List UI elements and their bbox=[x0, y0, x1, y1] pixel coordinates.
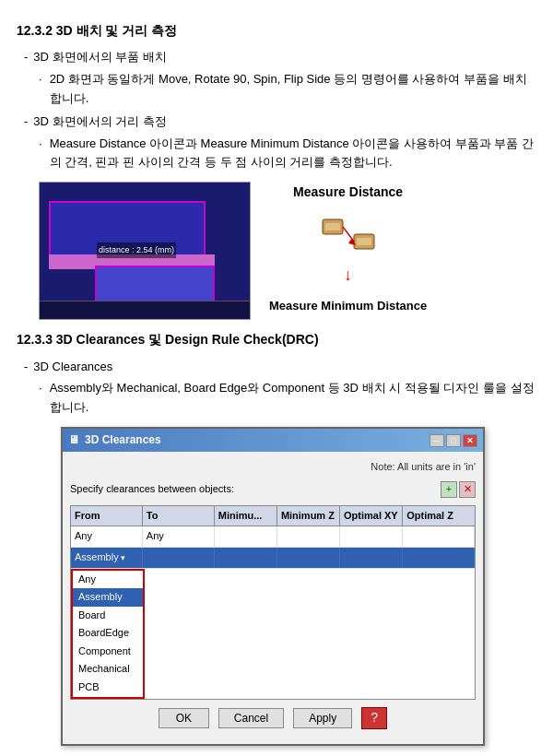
specify-label: Specify clearances between objects: bbox=[70, 481, 234, 498]
measure-icons-block: Measure Distance ↓ Measure Minimum Dista… bbox=[269, 182, 427, 316]
dropdown-spacer bbox=[145, 569, 475, 699]
dash-char: - bbox=[24, 48, 28, 67]
dropdown-list[interactable]: Any Assembly Board BoardEdge Component M… bbox=[71, 569, 145, 699]
section1-title: 12.3.2 3D 배치 및 거리 측정 bbox=[17, 20, 536, 41]
dropdown-item-board[interactable]: Board bbox=[73, 607, 143, 625]
dot-char1: · bbox=[39, 70, 42, 109]
close-button[interactable]: ✕ bbox=[463, 434, 477, 447]
clearances-dash-row: - 3D Clearances bbox=[24, 358, 536, 377]
measure-distance-icon bbox=[321, 212, 376, 258]
pcb-measure-label: distance : 2.54 (mm) bbox=[97, 242, 176, 257]
down-arrow1: ↓ bbox=[344, 262, 352, 289]
svg-rect-1 bbox=[325, 223, 340, 230]
dialog-titlebar: 🖥 3D Clearances ─ □ ✕ bbox=[63, 429, 483, 452]
maximize-button[interactable]: □ bbox=[446, 434, 461, 447]
measure-distance-icon-row bbox=[321, 212, 376, 258]
row1-minz bbox=[277, 526, 340, 547]
col-optxy-header: Optimal XY bbox=[340, 506, 403, 526]
measure-min-distance-title: Measure Minimum Distance bbox=[269, 297, 427, 316]
pcb-bottom-bar bbox=[40, 301, 250, 319]
clearances-dialog: 🖥 3D Clearances ─ □ ✕ Note: All units ar… bbox=[61, 427, 485, 746]
dropdown-list-row: Any Assembly Board BoardEdge Component M… bbox=[71, 569, 475, 699]
row2-optxy bbox=[340, 548, 403, 568]
dropdown-item-assembly[interactable]: Assembly bbox=[73, 588, 143, 607]
col-minz-header: Minimum Z bbox=[277, 506, 340, 526]
clearances-dot-text: Assembly와 Mechanical, Board Edge와 Compon… bbox=[50, 379, 536, 418]
measure-distance-title: Measure Distance bbox=[293, 182, 403, 202]
clearances-dot-row: · Assembly와 Mechanical, Board Edge와 Comp… bbox=[39, 379, 536, 418]
col-optz-header: Optimal Z bbox=[403, 506, 475, 526]
dialog-footer: OK Cancel Apply ? bbox=[70, 700, 476, 737]
assembly-dropdown-cell[interactable]: Assembly ▾ bbox=[75, 549, 138, 566]
clearances-table: From To Minimu... Minimum Z Optimal XY O… bbox=[70, 505, 476, 700]
add-remove-btns: + ✕ bbox=[441, 481, 476, 498]
row1-to: Any bbox=[143, 526, 215, 547]
section2-title: 12.3.3 3D Clearances 및 Design Rule Check… bbox=[17, 329, 536, 349]
remove-button[interactable]: ✕ bbox=[459, 481, 476, 498]
dropdown-list-container: Any Assembly Board BoardEdge Component M… bbox=[71, 569, 145, 699]
dropdown-item-component[interactable]: Component bbox=[73, 643, 143, 661]
dialog-icon: 🖥 bbox=[68, 431, 79, 449]
dialog-title-text: 3D Clearances bbox=[85, 431, 161, 449]
row1-minu bbox=[215, 526, 277, 547]
table-row-any[interactable]: Any Any bbox=[71, 526, 475, 548]
table-header: From To Minimu... Minimum Z Optimal XY O… bbox=[71, 506, 475, 527]
ok-button[interactable]: OK bbox=[159, 708, 209, 728]
help-icon-btn[interactable]: ? bbox=[361, 707, 387, 729]
dropdown-item-mechanical[interactable]: Mechanical bbox=[73, 660, 143, 679]
bullet1-dash-text: 3D 화면에서의 부품 배치 bbox=[33, 48, 536, 67]
note-text: Note: All units are in 'in' bbox=[70, 459, 476, 476]
dialog-container: 🖥 3D Clearances ─ □ ✕ Note: All units ar… bbox=[39, 427, 536, 746]
bullet2-dot-text: Measure Distance 아이콘과 Measure Minimum Di… bbox=[50, 135, 536, 173]
dialog-controls[interactable]: ─ □ ✕ bbox=[429, 434, 477, 447]
minimize-button[interactable]: ─ bbox=[429, 434, 444, 447]
dropdown-item-pcb[interactable]: PCB bbox=[73, 679, 143, 697]
add-button[interactable]: + bbox=[441, 481, 457, 498]
measure-block: distance : 2.54 (mm) Measure Distance ↓ … bbox=[39, 182, 536, 320]
row2-minz bbox=[277, 548, 340, 568]
svg-rect-3 bbox=[357, 238, 371, 245]
dropdown-item-any[interactable]: Any bbox=[73, 571, 143, 589]
col-to-header: To bbox=[143, 506, 215, 526]
dropdown-item-boardedge[interactable]: BoardEdge bbox=[73, 624, 143, 643]
row2-from: Assembly ▾ bbox=[71, 548, 143, 568]
clearances-dash-text: 3D Clearances bbox=[33, 358, 536, 377]
dropdown-arrow: ▾ bbox=[121, 551, 125, 564]
row2-minu bbox=[215, 548, 277, 568]
dialog-title-left: 🖥 3D Clearances bbox=[68, 431, 161, 449]
bullet1-dash-row: - 3D 화면에서의 부품 배치 bbox=[24, 48, 536, 67]
pcb-screenshot: distance : 2.54 (mm) bbox=[39, 182, 251, 320]
dialog-body: Note: All units are in 'in' Specify clea… bbox=[63, 452, 483, 744]
row2-to bbox=[143, 548, 215, 568]
bullet1-dot-row: · 2D 화면과 동일하게 Move, Rotate 90, Spin, Fli… bbox=[39, 70, 536, 109]
bullet2-dot-row: · Measure Distance 아이콘과 Measure Minimum … bbox=[39, 135, 536, 173]
help-icon: ? bbox=[371, 707, 378, 727]
col-from-header: From bbox=[71, 506, 143, 526]
apply-button[interactable]: Apply bbox=[293, 708, 352, 728]
pcb-rect2 bbox=[95, 266, 215, 302]
dash-char2: - bbox=[24, 112, 28, 132]
bullet2-dash-text: 3D 화면에서의 거리 측정 bbox=[33, 112, 536, 132]
dash-char3: - bbox=[24, 358, 28, 377]
row2-optz bbox=[403, 548, 475, 568]
row1-optxy bbox=[340, 526, 403, 547]
row1-optz bbox=[403, 526, 475, 547]
table-row-assembly[interactable]: Assembly ▾ bbox=[71, 548, 475, 569]
row1-from: Any bbox=[71, 526, 143, 547]
bullet1-dot-text: 2D 화면과 동일하게 Move, Rotate 90, Spin, Flip … bbox=[50, 70, 536, 109]
col-minu-header: Minimu... bbox=[215, 506, 277, 526]
cancel-button[interactable]: Cancel bbox=[218, 708, 284, 728]
assembly-dropdown-value: Assembly bbox=[75, 549, 119, 566]
dot-char3: · bbox=[39, 379, 42, 418]
bullet2-dash-row: - 3D 화면에서의 거리 측정 bbox=[24, 112, 536, 132]
dot-char2: · bbox=[39, 135, 42, 173]
